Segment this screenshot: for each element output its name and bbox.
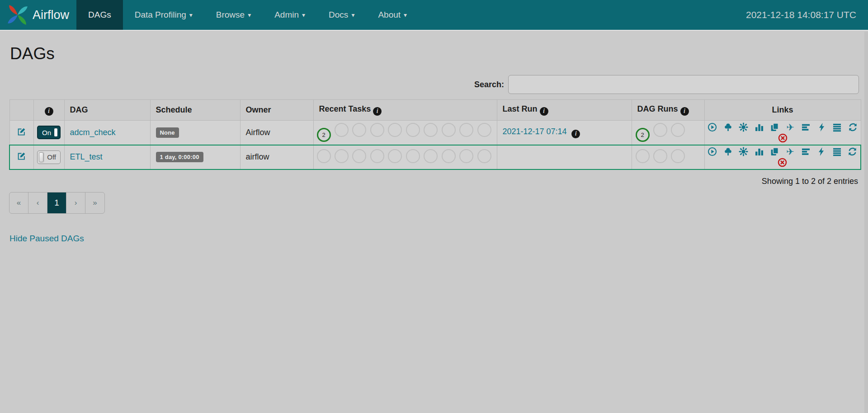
header-label: Links <box>772 105 793 114</box>
hide-paused-dags-link[interactable]: Hide Paused DAGs <box>9 234 84 244</box>
links-cell: ✈ <box>704 145 861 169</box>
gantt-view-icon[interactable] <box>800 122 811 132</box>
task-state-circle <box>424 149 438 163</box>
graph-view-icon[interactable] <box>738 122 749 132</box>
nav-item-dags[interactable]: DAGs <box>76 0 123 30</box>
header-label: DAG <box>70 105 88 114</box>
airflow-brand[interactable]: Airflow <box>0 0 76 30</box>
pagination-last-button[interactable]: » <box>85 192 104 213</box>
search-input[interactable] <box>508 75 859 94</box>
task-state-circle <box>442 149 456 163</box>
dag-pause-toggle[interactable]: On <box>37 126 61 139</box>
dag-run-circle <box>653 123 667 137</box>
toggle-knob <box>54 128 58 137</box>
toggle-label: On <box>42 129 51 136</box>
pagination-first-button[interactable]: « <box>9 192 28 213</box>
dag-link[interactable]: adcm_check <box>70 128 116 137</box>
search-label: Search: <box>474 80 504 89</box>
task-tries-icon[interactable] <box>769 146 780 157</box>
task-state-circle <box>459 149 473 163</box>
task-state-circle <box>477 123 491 137</box>
graph-view-icon[interactable] <box>738 146 749 157</box>
task-state-circle <box>317 149 331 163</box>
utc-clock: 2021-12-18 14:08:17 UTC <box>746 0 868 30</box>
toggle-knob <box>39 152 43 162</box>
last-run-cell-empty <box>497 145 632 169</box>
airflow-pinwheel-logo <box>6 4 29 26</box>
info-icon: i <box>45 107 53 116</box>
header-schedule[interactable]: Schedule <box>150 100 240 121</box>
pagination-page-1-button[interactable]: 1 <box>47 192 66 213</box>
dag-runs-cell: 2 <box>632 121 704 145</box>
task-state-circle <box>388 123 402 137</box>
gantt-view-icon[interactable] <box>800 146 811 157</box>
edit-dag-icon[interactable] <box>17 152 26 160</box>
owner-label: Airflow <box>246 128 270 137</box>
task-state-circle <box>352 123 366 137</box>
header-links: Links <box>704 100 861 121</box>
nav-label: About <box>378 10 401 20</box>
logs-icon[interactable] <box>831 122 843 132</box>
delete-dag-icon[interactable] <box>777 132 788 143</box>
navbar: Airflow DAGs Data Profiling ▾ Browse ▾ A… <box>0 0 868 31</box>
task-state-circle <box>352 149 366 163</box>
header-dag-runs: DAG Runs i <box>632 100 704 121</box>
header-owner[interactable]: Owner <box>240 100 313 121</box>
task-state-circle <box>335 149 349 163</box>
nav-item-data-profiling[interactable]: Data Profiling ▾ <box>123 0 204 30</box>
nav-label: Browse <box>216 10 245 20</box>
last-run-link[interactable]: 2021-12-17 07:14 <box>503 127 567 136</box>
edit-dag-icon[interactable] <box>17 127 26 136</box>
landing-times-icon[interactable]: ✈ <box>785 122 796 132</box>
task-tries-icon[interactable] <box>769 122 780 132</box>
nav-item-browse[interactable]: Browse ▾ <box>204 0 263 30</box>
task-state-circle <box>370 149 384 163</box>
nav-item-admin[interactable]: Admin ▾ <box>263 0 317 30</box>
caret-down-icon: ▾ <box>351 11 354 19</box>
pagination-prev-button[interactable]: ‹ <box>28 192 47 213</box>
task-state-circle <box>370 123 384 137</box>
header-label: Last Run <box>503 104 538 113</box>
nav-label: DAGs <box>88 10 111 20</box>
recent-tasks-cell <box>313 145 497 169</box>
logs-icon[interactable] <box>831 146 843 157</box>
code-view-icon[interactable] <box>816 122 827 132</box>
nav-item-docs[interactable]: Docs ▾ <box>317 0 366 30</box>
nav-label: Docs <box>329 10 348 20</box>
info-icon: i <box>540 107 548 116</box>
schedule-badge[interactable]: 1 day, 0:00:00 <box>156 152 203 162</box>
dag-run-circle <box>636 149 650 163</box>
dag-run-circle <box>671 123 685 137</box>
task-state-success-circle[interactable]: 2 <box>317 128 331 142</box>
pagination-next-button[interactable]: › <box>66 192 85 213</box>
tasks-duration-icon[interactable] <box>754 146 765 157</box>
recent-tasks-cell: 2 <box>313 121 497 145</box>
page-title: DAGs <box>10 44 868 63</box>
dag-pause-toggle[interactable]: Off <box>37 150 61 164</box>
scrollbar-track[interactable] <box>864 32 868 413</box>
header-edit <box>9 100 33 121</box>
toggle-label: Off <box>47 153 56 161</box>
dag-run-success-circle[interactable]: 2 <box>636 128 650 142</box>
owner-label: airflow <box>246 152 269 161</box>
nav-item-about[interactable]: About ▾ <box>366 0 419 30</box>
task-state-circle <box>424 123 438 137</box>
delete-dag-icon[interactable] <box>777 157 788 168</box>
landing-times-icon[interactable]: ✈ <box>784 146 796 157</box>
tree-view-icon[interactable] <box>722 146 734 157</box>
links-cell: ✈ <box>704 121 861 145</box>
header-label: DAG Runs <box>637 104 678 113</box>
caret-down-icon: ▾ <box>404 11 407 19</box>
dag-link[interactable]: ETL_test <box>70 152 103 161</box>
task-state-circle <box>406 149 420 163</box>
refresh-icon[interactable] <box>847 146 858 157</box>
trigger-dag-icon[interactable] <box>707 122 718 132</box>
trigger-dag-icon[interactable] <box>707 146 718 157</box>
schedule-badge[interactable]: None <box>156 127 179 138</box>
refresh-icon[interactable] <box>847 122 859 132</box>
code-view-icon[interactable] <box>816 146 827 157</box>
header-dag[interactable]: DAG <box>64 100 150 121</box>
tasks-duration-icon[interactable] <box>754 122 765 132</box>
pagination: « ‹ 1 › » <box>9 192 105 214</box>
tree-view-icon[interactable] <box>722 122 734 132</box>
